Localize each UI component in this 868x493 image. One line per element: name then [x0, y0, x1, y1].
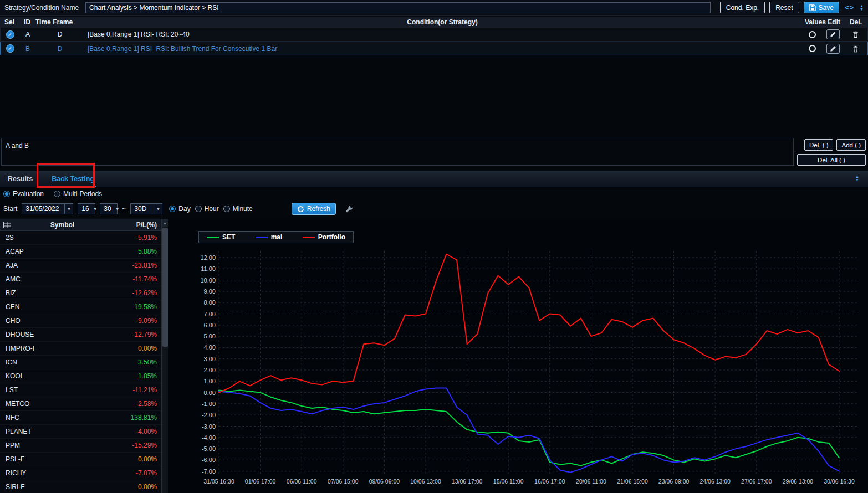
edit-pencil-icon[interactable]: [826, 44, 840, 54]
symbol-row[interactable]: PLANET-4.00%: [0, 425, 161, 439]
cond-exp-button[interactable]: Cond. Exp.: [720, 2, 765, 13]
symbol-name: PLANET: [0, 428, 100, 435]
legend-item-mai: mai: [256, 233, 283, 241]
header-values-edit: Values Edit: [801, 18, 844, 26]
symbol-pl-value: -5.91%: [100, 234, 161, 242]
svg-text:5.00: 5.00: [204, 333, 216, 340]
delete-trash-icon[interactable]: [852, 30, 859, 38]
symbol-row[interactable]: SIRI-F0.00%: [0, 480, 161, 493]
edit-pencil-icon[interactable]: [826, 29, 840, 39]
radio-evaluation[interactable]: Evaluation: [3, 190, 44, 198]
values-icon[interactable]: [809, 31, 816, 38]
symbol-name: ICN: [0, 358, 100, 366]
del-all-button[interactable]: Del. All ( ): [797, 154, 866, 166]
symbol-row[interactable]: LST-11.21%: [0, 383, 161, 397]
radio-minute[interactable]: Minute: [223, 205, 253, 213]
svg-text:30/06 16:30: 30/06 16:30: [824, 478, 855, 485]
symbol-row[interactable]: HMPRO-F0.00%: [0, 342, 161, 356]
scrollbar-thumb[interactable]: [162, 228, 168, 347]
reset-button[interactable]: Reset: [769, 2, 799, 13]
radio-multi-periods-circle[interactable]: [54, 191, 60, 197]
svg-text:16/06 17:00: 16/06 17:00: [534, 478, 565, 485]
symbol-row[interactable]: ICN3.50%: [0, 356, 161, 369]
symbol-pl-value: 0.00%: [100, 345, 161, 352]
svg-text:11.00: 11.00: [201, 265, 216, 272]
svg-text:23/06 09:00: 23/06 09:00: [658, 478, 690, 485]
symbol-row[interactable]: KOOL1.85%: [0, 369, 161, 383]
symbol-pl-value: 138.81%: [100, 414, 161, 422]
svg-text:-3.00: -3.00: [202, 423, 216, 430]
svg-text:9.00: 9.00: [204, 288, 216, 295]
backtest-controls: Start 31/05/2022▼ 16▼ 30▼ ~ 30D▼ Day Hou…: [3, 203, 353, 215]
condition-row[interactable]: ✓BD[Base 0,Range 1] RSI- RSI: Bullish Tr…: [0, 42, 868, 55]
svg-text:15/06 11:00: 15/06 11:00: [493, 478, 524, 485]
wrench-icon[interactable]: [345, 205, 353, 213]
condition-id: A: [19, 30, 36, 38]
strategy-name-input[interactable]: [85, 2, 711, 13]
radio-multi-periods[interactable]: Multi-Periods: [54, 190, 102, 198]
header-sel: Sel: [0, 18, 19, 26]
radio-hour-circle[interactable]: [195, 206, 202, 212]
symbol-row[interactable]: DHOUSE-12.79%: [0, 328, 161, 342]
symbol-row[interactable]: ACAP5.88%: [0, 245, 161, 259]
formula-expression-box[interactable]: A and B: [1, 138, 794, 166]
symbol-row[interactable]: PSL-F0.00%: [0, 453, 161, 466]
symbol-pl-value: -2.58%: [100, 400, 161, 408]
symbol-row[interactable]: AJA-23.81%: [0, 259, 161, 273]
symbol-pl-value: -12.79%: [100, 331, 161, 338]
delete-trash-icon[interactable]: [852, 45, 859, 53]
refresh-icon: [297, 206, 304, 213]
symbol-row[interactable]: PPM-15.29%: [0, 439, 161, 453]
symbol-row[interactable]: AMC-11.74%: [0, 273, 161, 286]
top-bar: Strategy/Condition Name Cond. Exp. Reset…: [0, 0, 868, 16]
symbol-row[interactable]: CEN19.58%: [0, 300, 161, 314]
symbol-row[interactable]: BIZ-12.62%: [0, 286, 161, 300]
table-grid-icon[interactable]: [0, 222, 14, 228]
symbol-row[interactable]: RICHY-7.07%: [0, 466, 161, 480]
radio-hour[interactable]: Hour: [195, 205, 219, 213]
legend-item-portfolio: Portfolio: [303, 233, 345, 241]
symbol-name: PPM: [0, 441, 100, 449]
symbol-row[interactable]: NFC138.81%: [0, 411, 161, 425]
row-select-checkbox[interactable]: ✓: [6, 44, 14, 53]
radio-evaluation-circle[interactable]: [3, 191, 10, 197]
svg-text:01/06 17:00: 01/06 17:00: [245, 478, 276, 485]
svg-text:2.00: 2.00: [204, 367, 216, 373]
symbol-row[interactable]: CHO-9.09%: [0, 314, 161, 328]
condition-row[interactable]: ✓AD[Base 0,Range 1] RSI- RSI: 20~40: [0, 28, 868, 42]
svg-text:10/06 13:00: 10/06 13:00: [410, 478, 441, 485]
start-date-select[interactable]: 31/05/2022▼: [22, 203, 73, 214]
symbol-pl-value: 0.00%: [100, 483, 161, 491]
legend-label: SET: [222, 233, 235, 241]
symbol-row[interactable]: METCO-2.58%: [0, 397, 161, 411]
values-icon[interactable]: [809, 45, 816, 52]
svg-text:31/05 16:30: 31/05 16:30: [203, 478, 234, 485]
radio-day[interactable]: Day: [169, 205, 190, 213]
del-paren-button[interactable]: Del. ( ): [804, 139, 834, 151]
panel-resize-icon[interactable]: ▲▼: [855, 175, 859, 182]
start-hour-select[interactable]: 16▼: [78, 203, 95, 214]
radio-day-circle[interactable]: [169, 206, 176, 212]
collapse-panel-icon[interactable]: <>: [845, 3, 854, 12]
svg-text:-4.00: -4.00: [202, 434, 216, 441]
range-separator: ~: [122, 205, 126, 213]
symbol-pl-value: -15.29%: [100, 441, 161, 449]
refresh-button[interactable]: Refresh: [292, 203, 336, 215]
symbol-pl-value: 0.00%: [100, 455, 161, 463]
start-minute-select[interactable]: 30▼: [100, 203, 118, 214]
save-button[interactable]: Save: [804, 2, 839, 13]
symbol-table-header: Symbol P/L(%): [0, 219, 161, 231]
period-select[interactable]: 30D▼: [130, 203, 162, 214]
symbol-row[interactable]: 2S-5.91%: [0, 231, 161, 245]
radio-minute-circle[interactable]: [223, 206, 230, 212]
tab-back-testing[interactable]: Back Testing: [49, 171, 96, 187]
condition-text: [Base 0,Range 1] RSI- RSI: Bullish Trend…: [84, 45, 801, 53]
add-paren-button[interactable]: Add ( ): [836, 139, 866, 151]
row-select-checkbox[interactable]: ✓: [6, 30, 14, 39]
symbol-name: SIRI-F: [0, 483, 100, 491]
symbol-table-scrollbar[interactable]: ▲: [161, 219, 168, 493]
scroll-up-icon[interactable]: ▲: [162, 219, 168, 227]
header-time-frame: Time Frame: [35, 18, 83, 26]
tab-results[interactable]: Results: [6, 171, 35, 187]
expand-collapse-icon[interactable]: ▲▼: [860, 4, 864, 11]
